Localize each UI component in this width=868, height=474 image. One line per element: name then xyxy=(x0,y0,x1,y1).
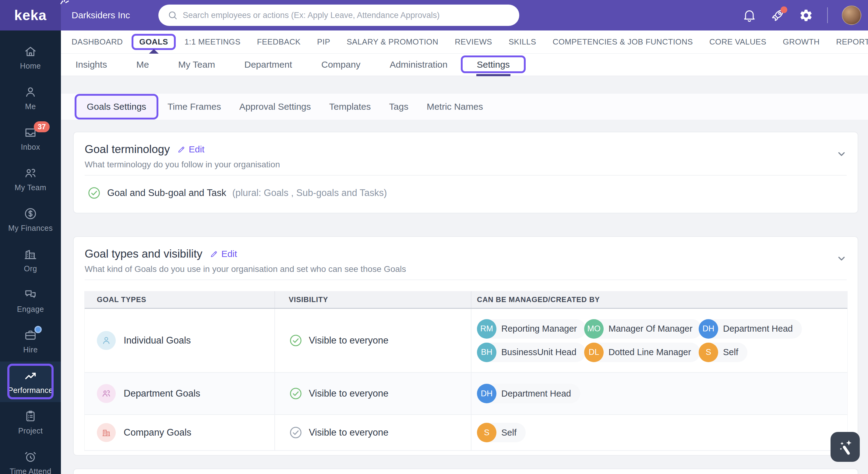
main-nav-dashboard[interactable]: DASHBOARD xyxy=(63,30,131,53)
manager-name: Dotted Line Manager xyxy=(609,347,691,357)
goal-types-table: GOAL TYPESVISIBILITYCAN BE MANAGED/CREAT… xyxy=(84,291,847,451)
main-nav-salary-promotion[interactable]: SALARY & PROMOTION xyxy=(338,30,446,53)
finances-icon xyxy=(24,207,37,221)
column-header-can-be-managed-created-by: CAN BE MANAGED/CREATED BY xyxy=(471,291,847,308)
annotation-caret xyxy=(149,49,159,54)
project-icon xyxy=(24,409,37,423)
manager-chip-businessunit-head: BHBusinessUnit Head xyxy=(477,343,586,362)
sub-nav-department[interactable]: Department xyxy=(230,54,307,76)
check-circle-icon xyxy=(87,186,101,200)
main-nav-feedback[interactable]: FEEDBACK xyxy=(249,30,309,53)
main-nav-label: REPORTS xyxy=(836,37,868,47)
sidebar-item-my-finances[interactable]: My Finances xyxy=(0,199,61,240)
search-input[interactable] xyxy=(183,11,510,20)
user-avatar[interactable] xyxy=(842,5,861,25)
tab-label: Time Frames xyxy=(167,101,221,112)
edit-terminology-button[interactable]: Edit xyxy=(177,144,205,154)
tab-approval-settings[interactable]: Approval Settings xyxy=(230,94,320,120)
avatar-initials: MO xyxy=(584,319,603,339)
table-row-company-goals: Company GoalsVisible to everyoneSSelf xyxy=(85,415,847,451)
collapse-chevron-icon[interactable] xyxy=(836,253,847,264)
main-nav-growth[interactable]: GROWTH xyxy=(775,30,828,53)
sidebar-item-project[interactable]: Project xyxy=(0,402,61,443)
sidebar-item-time-attend[interactable]: Time Attend xyxy=(0,443,61,474)
visibility-label: Visible to everyone xyxy=(309,335,388,346)
edit-goal-types-button[interactable]: Edit xyxy=(210,249,237,259)
sub-nav-label: Company xyxy=(321,59,360,70)
table-header-row: GOAL TYPESVISIBILITYCAN BE MANAGED/CREAT… xyxy=(85,291,847,309)
sub-nav-me[interactable]: Me xyxy=(122,54,163,76)
next-card-partial xyxy=(73,469,858,474)
tab-tags[interactable]: Tags xyxy=(380,94,417,120)
sidebar-item-home[interactable]: Home xyxy=(0,37,61,78)
manager-name: Department Head xyxy=(723,324,793,334)
sidebar-item-hire[interactable]: Hire xyxy=(0,321,61,361)
sidebar-item-label: My Team xyxy=(14,183,46,192)
sidebar-item-engage[interactable]: Engage xyxy=(0,280,61,321)
tab-templates[interactable]: Templates xyxy=(320,94,380,120)
main-nav-skills[interactable]: SKILLS xyxy=(500,30,545,53)
main-nav-goals[interactable]: GOALS xyxy=(131,30,176,53)
sub-nav-label: My Team xyxy=(178,59,215,70)
keka-logo[interactable]: keka xyxy=(0,0,61,30)
manager-name: Department Head xyxy=(501,389,571,399)
performance-icon xyxy=(24,369,37,383)
notifications-bell-icon[interactable] xyxy=(742,8,756,23)
sidebar-item-performance[interactable]: Performance xyxy=(0,361,61,402)
launch-rocket-icon[interactable] xyxy=(771,8,785,23)
main-nav-label: COMPETENCIES & JOB FUNCTIONS xyxy=(553,37,692,47)
sub-nav-label: Department xyxy=(244,59,292,70)
visibility-check-icon xyxy=(289,425,303,440)
sidebar-item-inbox[interactable]: 37Inbox xyxy=(0,118,61,159)
manager-name: Self xyxy=(501,428,517,438)
sparkle-large xyxy=(846,440,851,445)
hire-icon xyxy=(24,328,37,342)
main-nav-label: GOALS xyxy=(139,37,168,47)
avatar-initials: DH xyxy=(477,384,496,403)
terminology-value: Goal and Sub-goal and Task xyxy=(107,187,226,199)
avatar-initials: S xyxy=(477,423,496,442)
visibility-check-icon xyxy=(289,387,303,401)
manager-chip-self: SSelf xyxy=(477,423,526,442)
ai-assistant-button[interactable] xyxy=(831,432,860,462)
column-header-goal-types: GOAL TYPES xyxy=(85,291,275,308)
tab-label: Approval Settings xyxy=(239,101,311,112)
settings-tab-band: Goals SettingsTime FramesApproval Settin… xyxy=(61,93,868,120)
tab-metric-names[interactable]: Metric Names xyxy=(417,94,492,120)
sidebar-item-label: Home xyxy=(20,62,41,70)
goal-type-label: Individual Goals xyxy=(124,335,191,346)
goal-types-subtitle: What kind of Goals do you use in your or… xyxy=(85,264,847,273)
main-nav-pip[interactable]: PIP xyxy=(309,30,338,53)
sidebar-item-my-team[interactable]: My Team xyxy=(0,159,61,199)
sub-nav-insights[interactable]: Insights xyxy=(61,54,122,76)
sub-nav-administration[interactable]: Administration xyxy=(375,54,462,76)
department-goals-icon xyxy=(97,384,116,403)
avatar-initials: RM xyxy=(477,319,496,339)
sidebar-item-label: Performance xyxy=(8,386,53,395)
person-icon xyxy=(24,85,37,99)
sub-nav-label: Insights xyxy=(75,59,107,70)
tab-goals-settings[interactable]: Goals Settings xyxy=(74,94,158,119)
terminology-plural: (plural: Goals , Sub-goals and Tasks) xyxy=(232,187,387,199)
content-area: Goals SettingsTime FramesApproval Settin… xyxy=(61,76,868,474)
hire-notification-dot xyxy=(34,326,42,333)
main-nav-competencies-job-functions[interactable]: COMPETENCIES & JOB FUNCTIONS xyxy=(544,30,701,53)
manager-chip-self: SSelf xyxy=(699,343,747,362)
settings-gear-icon[interactable] xyxy=(799,8,813,23)
main-nav-1-1-meetings[interactable]: 1:1 MEETINGS xyxy=(176,30,249,53)
sub-nav-company[interactable]: Company xyxy=(307,54,375,76)
main-nav-reviews[interactable]: REVIEWS xyxy=(446,30,500,53)
sidebar-item-me[interactable]: Me xyxy=(0,78,61,118)
goal-terminology-card: Goal terminology Edit What terminology d… xyxy=(73,132,858,213)
active-tab-underline xyxy=(476,74,510,76)
manager-chip-manager-of-manager: MOManager Of Manager xyxy=(584,319,702,339)
main-nav-reports[interactable]: REPORTS xyxy=(828,30,868,53)
sidebar-item-org[interactable]: Org xyxy=(0,240,61,280)
main-nav-core-values[interactable]: CORE VALUES xyxy=(701,30,775,53)
manager-chip-department-head: DHDepartment Head xyxy=(477,384,580,403)
collapse-chevron-icon[interactable] xyxy=(836,148,847,160)
sub-nav-my-team[interactable]: My Team xyxy=(163,54,230,76)
tab-time-frames[interactable]: Time Frames xyxy=(158,94,230,120)
global-search[interactable] xyxy=(158,5,519,26)
sub-nav-settings[interactable]: Settings xyxy=(462,54,524,76)
